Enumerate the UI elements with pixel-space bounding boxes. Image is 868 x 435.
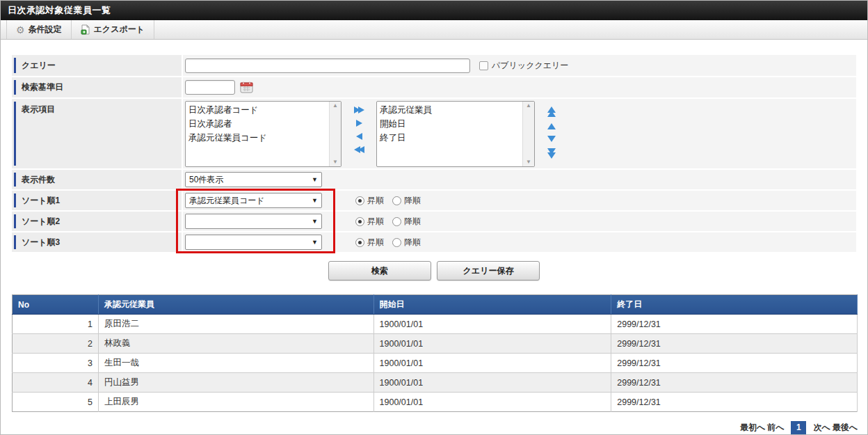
pagination-last[interactable]: 最後へ [833, 422, 858, 434]
order-arrows-column [535, 101, 568, 159]
export-icon [81, 24, 90, 35]
cell-employee: 生田一哉 [98, 354, 373, 373]
scrollbar[interactable]: ▲▼ [522, 102, 534, 166]
base-date-input[interactable] [185, 80, 235, 95]
column-header-employee[interactable]: 承認元従業員 [98, 295, 373, 315]
table-row[interactable]: 4 円山益男 1900/01/01 2999/12/31 [13, 373, 858, 393]
table-row[interactable]: 2 林政義 1900/01/01 2999/12/31 [13, 334, 858, 354]
display-count-label: 表示件数 [12, 170, 182, 189]
sort2-asc-radio[interactable] [355, 217, 364, 226]
listbox-option[interactable]: 開始日 [380, 117, 531, 131]
sort3-desc-label: 降順 [404, 237, 421, 248]
save-query-button[interactable]: クエリー保存 [437, 261, 540, 280]
table-row[interactable]: 1 原田浩二 1900/01/01 2999/12/31 [13, 315, 858, 334]
column-header-no[interactable]: No [13, 295, 99, 315]
sort2-desc-radio[interactable] [392, 217, 401, 226]
scroll-down-icon[interactable]: ▼ [526, 159, 531, 165]
query-value-cell: パブリッククエリー [183, 55, 856, 76]
export-button[interactable]: エクスポート [71, 20, 154, 39]
display-count-select[interactable]: 50件表示 ▼ [185, 172, 322, 187]
sort3-row: ソート順3 ▼ 昇順 降順 [12, 232, 856, 252]
cell-end: 2999/12/31 [611, 393, 858, 412]
column-header-end[interactable]: 終了日 [611, 295, 858, 315]
cell-no: 3 [13, 354, 99, 373]
base-date-label: 検索基準日 [12, 77, 182, 97]
condition-settings-button[interactable]: ⚙ 条件設定 [6, 20, 72, 39]
listbox-option[interactable]: 承認元従業員 [380, 103, 531, 117]
move-top-button[interactable] [547, 106, 556, 117]
move-all-right-button[interactable] [354, 106, 364, 113]
cell-employee: 原田浩二 [98, 315, 373, 334]
sort1-select[interactable]: 承認元従業員コード ▼ [185, 193, 322, 208]
query-label: クエリー [12, 55, 182, 76]
sort1-label: ソート順1 [12, 191, 182, 210]
cell-employee: 円山益男 [98, 373, 373, 393]
sort3-select[interactable]: ▼ [185, 235, 322, 250]
form-actions: 検索 クエリー保存 [12, 261, 856, 280]
column-header-start[interactable]: 開始日 [373, 295, 611, 315]
pagination-current-page[interactable]: 1 [791, 421, 806, 434]
pagination-first[interactable]: 最初へ [740, 422, 765, 434]
move-up-button[interactable] [547, 123, 556, 129]
display-items-label: 表示項目 [12, 99, 182, 168]
sort1-row: ソート順1 承認元従業員コード ▼ 昇順 降順 [12, 191, 856, 210]
scroll-up-icon[interactable]: ▲ [526, 103, 531, 109]
query-input[interactable] [185, 58, 470, 73]
cell-end: 2999/12/31 [611, 373, 858, 393]
cell-end: 2999/12/31 [611, 334, 858, 354]
scroll-up-icon[interactable]: ▲ [332, 103, 338, 109]
table-row[interactable]: 3 生田一哉 1900/01/01 2999/12/31 [13, 354, 858, 373]
page-title: 日次承認対象従業員一覧 [1, 1, 867, 20]
display-count-value-cell: 50件表示 ▼ [183, 170, 856, 189]
move-all-left-button[interactable] [354, 146, 364, 153]
sort3-order-radios: 昇順 降順 [355, 237, 426, 248]
sort1-value: 承認元従業員コード [189, 195, 312, 207]
sort1-order-radios: 昇順 降順 [355, 195, 426, 207]
public-query-label: パブリッククエリー [492, 60, 568, 72]
cell-no: 4 [13, 373, 99, 393]
sort3-asc-radio[interactable] [355, 238, 364, 247]
move-down-button[interactable] [547, 136, 556, 142]
chevron-down-icon: ▼ [312, 218, 318, 225]
sort1-asc-radio[interactable] [355, 196, 364, 205]
cell-employee: 林政義 [98, 334, 373, 354]
sort3-value-cell: ▼ 昇順 降順 [183, 232, 856, 252]
cell-end: 2999/12/31 [611, 354, 858, 373]
base-date-row: 検索基準日 [12, 77, 856, 97]
cell-start: 1900/01/01 [373, 354, 611, 373]
listbox-option[interactable]: 終了日 [380, 131, 531, 145]
listbox-option[interactable]: 日次承認者 [188, 117, 338, 131]
gear-icon: ⚙ [16, 25, 25, 35]
sort1-value-cell: 承認元従業員コード ▼ 昇順 降順 [183, 191, 856, 210]
table-row[interactable]: 5 上田辰男 1900/01/01 2999/12/31 [13, 393, 858, 412]
listbox-option[interactable]: 日次承認者コード [188, 103, 338, 117]
available-items-listbox[interactable]: 日次承認者コード 日次承認者 承認元従業員コード ▲▼ [185, 101, 341, 167]
scroll-down-icon[interactable]: ▼ [332, 159, 338, 165]
cell-start: 1900/01/01 [373, 334, 611, 354]
sort3-label: ソート順3 [12, 232, 182, 252]
listbox-option[interactable]: 承認元従業員コード [188, 131, 338, 145]
sort3-desc-radio[interactable] [392, 238, 401, 247]
calendar-icon[interactable] [240, 81, 253, 93]
move-bottom-button[interactable] [547, 148, 556, 159]
move-right-button[interactable] [356, 120, 362, 127]
display-items-value-cell: 日次承認者コード 日次承認者 承認元従業員コード ▲▼ [183, 99, 856, 168]
cell-end: 2999/12/31 [611, 315, 858, 334]
display-count-value: 50件表示 [189, 174, 312, 186]
selected-items-listbox[interactable]: 承認元従業員 開始日 終了日 ▲▼ [376, 101, 535, 167]
cell-start: 1900/01/01 [373, 315, 611, 334]
move-left-button[interactable] [356, 133, 362, 140]
cell-start: 1900/01/01 [373, 373, 611, 393]
base-date-value-cell [183, 77, 856, 97]
scrollbar[interactable]: ▲▼ [329, 102, 341, 166]
pagination-prev[interactable]: 前へ [767, 422, 784, 434]
search-button[interactable]: 検索 [328, 261, 431, 280]
sort1-desc-label: 降順 [404, 195, 421, 207]
sort3-asc-label: 昇順 [367, 237, 384, 248]
sort2-select[interactable]: ▼ [185, 214, 322, 229]
sort1-desc-radio[interactable] [392, 196, 401, 205]
public-query-checkbox[interactable] [479, 61, 488, 70]
app-window: 日次承認対象従業員一覧 ⚙ 条件設定 エクスポート クエリー [0, 0, 868, 435]
sort2-asc-label: 昇順 [367, 216, 384, 228]
pagination-next[interactable]: 次へ [813, 422, 830, 434]
